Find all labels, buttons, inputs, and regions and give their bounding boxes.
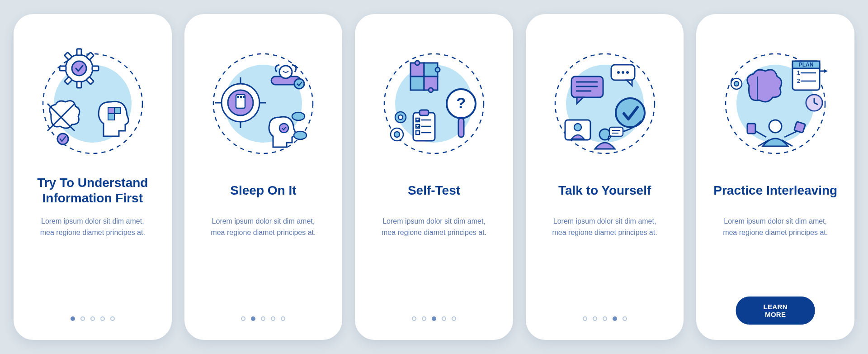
dot-5[interactable]	[623, 316, 627, 321]
svg-point-45	[429, 88, 433, 92]
card-desc: Lorem ipsum dolor sit dim amet, mea regi…	[377, 216, 491, 239]
dot-3[interactable]	[261, 316, 265, 321]
dot-4[interactable]	[442, 316, 446, 321]
svg-text:1: 1	[797, 70, 800, 76]
dot-3[interactable]	[603, 316, 607, 321]
svg-rect-4	[77, 81, 81, 88]
dot-5[interactable]	[281, 316, 285, 321]
svg-rect-26	[243, 96, 245, 98]
card-title: Self-Test	[408, 175, 460, 206]
card-desc: Lorem ipsum dolor sit dim amet, mea regi…	[719, 216, 832, 239]
svg-rect-50	[420, 110, 429, 115]
svg-rect-5	[92, 66, 99, 71]
dot-1[interactable]	[583, 316, 587, 321]
svg-point-71	[616, 98, 645, 127]
self-test-icon: ?	[375, 45, 493, 163]
svg-point-18	[57, 134, 68, 144]
svg-point-43	[415, 61, 420, 65]
svg-rect-41	[410, 77, 424, 90]
dot-2[interactable]	[593, 316, 597, 321]
svg-point-69	[622, 71, 624, 74]
svg-rect-24	[237, 96, 239, 98]
onboarding-card-2: Sleep On It Lorem ipsum dolor sit dim am…	[184, 14, 343, 340]
progress-dots	[14, 316, 172, 321]
svg-point-34	[279, 124, 288, 133]
dot-4[interactable]	[613, 316, 617, 321]
onboarding-card-3: ?	[355, 14, 513, 340]
progress-dots	[526, 316, 684, 321]
svg-rect-48	[458, 118, 464, 137]
interleave-icon: PLAN 1 2	[717, 45, 834, 163]
card-desc: Lorem ipsum dolor sit dim amet, mea regi…	[548, 216, 661, 239]
svg-point-73	[574, 124, 581, 131]
svg-point-33	[294, 79, 304, 89]
svg-point-70	[626, 71, 629, 74]
progress-dots	[184, 316, 343, 321]
talk-icon	[546, 45, 664, 163]
dot-1[interactable]	[412, 316, 416, 321]
understand-icon	[34, 45, 151, 163]
svg-rect-25	[240, 96, 242, 98]
svg-point-44	[435, 67, 440, 72]
svg-point-35	[292, 112, 305, 120]
dot-1[interactable]	[241, 316, 245, 321]
dot-2[interactable]	[80, 316, 85, 321]
svg-point-68	[617, 71, 620, 74]
sleep-icon	[204, 45, 322, 163]
card-desc: Lorem ipsum dolor sit dim amet, mea regi…	[207, 216, 320, 239]
dot-2[interactable]	[251, 316, 255, 321]
svg-text:2: 2	[797, 78, 800, 84]
svg-point-60	[394, 132, 400, 137]
svg-rect-16	[114, 107, 121, 114]
dot-1[interactable]	[71, 316, 75, 321]
onboarding-card-1: Try To Understand Information First Lore…	[14, 14, 172, 340]
svg-point-93	[734, 81, 739, 86]
dot-2[interactable]	[422, 316, 426, 321]
card-title: Try To Understand Information First	[29, 175, 156, 206]
svg-rect-15	[108, 107, 114, 114]
dot-3[interactable]	[432, 316, 436, 321]
svg-point-36	[294, 131, 307, 139]
svg-rect-96	[747, 124, 755, 134]
card-title: Talk to Yourself	[558, 175, 651, 206]
svg-rect-10	[64, 53, 72, 60]
learn-more-button[interactable]: LEARN MORE	[736, 297, 815, 325]
onboarding-card-5: PLAN 1 2	[696, 14, 854, 340]
svg-marker-87	[824, 69, 828, 73]
svg-rect-3	[77, 49, 81, 55]
svg-rect-7	[86, 53, 94, 60]
svg-point-94	[769, 120, 782, 133]
svg-text:?: ?	[457, 94, 466, 111]
onboarding-card-4: Talk to Yourself Lorem ipsum dolor sit d…	[526, 14, 684, 340]
card-title: Practice Interleaving	[713, 175, 837, 206]
progress-dots	[355, 316, 513, 321]
dot-4[interactable]	[100, 316, 105, 321]
dot-5[interactable]	[110, 316, 115, 321]
svg-point-11	[72, 61, 86, 76]
svg-point-58	[398, 115, 403, 120]
dot-3[interactable]	[90, 316, 95, 321]
dot-4[interactable]	[271, 316, 275, 321]
svg-rect-6	[60, 66, 66, 71]
svg-rect-75	[609, 127, 623, 136]
card-desc: Lorem ipsum dolor sit dim amet, mea regi…	[36, 216, 149, 239]
svg-rect-98	[794, 121, 806, 133]
svg-rect-17	[108, 114, 114, 120]
card-title: Sleep On It	[230, 175, 296, 206]
svg-text:PLAN: PLAN	[799, 62, 814, 68]
dot-5[interactable]	[452, 316, 456, 321]
